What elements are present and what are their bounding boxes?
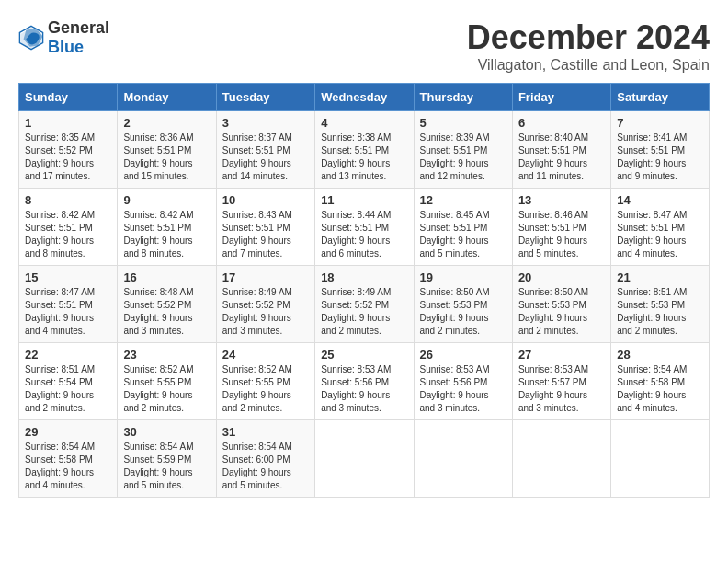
calendar-cell: 6 Sunrise: 8:40 AMSunset: 5:51 PMDayligh… [512,111,610,189]
calendar-cell: 25 Sunrise: 8:53 AMSunset: 5:56 PMDaylig… [315,343,414,420]
calendar: Sunday Monday Tuesday Wednesday Thursday… [18,83,710,498]
calendar-cell [315,420,414,498]
col-tuesday: Tuesday [216,84,314,111]
calendar-cell: 20 Sunrise: 8:50 AMSunset: 5:53 PMDaylig… [512,266,610,343]
calendar-cell: 3 Sunrise: 8:37 AMSunset: 5:51 PMDayligh… [216,111,314,189]
calendar-cell: 27 Sunrise: 8:53 AMSunset: 5:57 PMDaylig… [512,343,610,420]
calendar-cell: 2 Sunrise: 8:36 AMSunset: 5:51 PMDayligh… [118,111,216,189]
logo: General Blue [18,18,109,57]
calendar-cell [414,420,512,498]
calendar-cell: 15 Sunrise: 8:47 AMSunset: 5:51 PMDaylig… [19,266,118,343]
calendar-cell: 5 Sunrise: 8:39 AMSunset: 5:51 PMDayligh… [414,111,512,189]
calendar-cell: 28 Sunrise: 8:54 AMSunset: 5:58 PMDaylig… [611,343,710,420]
col-wednesday: Wednesday [315,84,414,111]
logo-icon [18,25,44,51]
calendar-cell: 29 Sunrise: 8:54 AMSunset: 5:58 PMDaylig… [19,420,118,498]
logo-general: General [48,18,109,37]
location-title: Villagaton, Castille and Leon, Spain [467,57,710,74]
calendar-cell: 19 Sunrise: 8:50 AMSunset: 5:53 PMDaylig… [414,266,512,343]
calendar-cell: 23 Sunrise: 8:52 AMSunset: 5:55 PMDaylig… [118,343,216,420]
logo-blue: Blue [48,38,84,56]
calendar-cell: 21 Sunrise: 8:51 AMSunset: 5:53 PMDaylig… [611,266,710,343]
calendar-row: 1 Sunrise: 8:35 AMSunset: 5:52 PMDayligh… [19,111,710,189]
calendar-row: 15 Sunrise: 8:47 AMSunset: 5:51 PMDaylig… [19,266,710,343]
calendar-cell: 18 Sunrise: 8:49 AMSunset: 5:52 PMDaylig… [315,266,414,343]
col-saturday: Saturday [611,84,710,111]
calendar-cell: 9 Sunrise: 8:42 AMSunset: 5:51 PMDayligh… [118,189,216,266]
calendar-cell: 1 Sunrise: 8:35 AMSunset: 5:52 PMDayligh… [19,111,118,189]
calendar-row: 29 Sunrise: 8:54 AMSunset: 5:58 PMDaylig… [19,420,710,498]
calendar-row: 8 Sunrise: 8:42 AMSunset: 5:51 PMDayligh… [19,189,710,266]
calendar-cell: 8 Sunrise: 8:42 AMSunset: 5:51 PMDayligh… [19,189,118,266]
page-header: General Blue December 2024 Villagaton, C… [18,18,710,74]
calendar-cell: 30 Sunrise: 8:54 AMSunset: 5:59 PMDaylig… [118,420,216,498]
calendar-row: 22 Sunrise: 8:51 AMSunset: 5:54 PMDaylig… [19,343,710,420]
month-title: December 2024 [467,18,710,57]
col-sunday: Sunday [19,84,118,111]
calendar-cell: 17 Sunrise: 8:49 AMSunset: 5:52 PMDaylig… [216,266,314,343]
logo-text: General Blue [48,18,109,57]
calendar-cell: 12 Sunrise: 8:45 AMSunset: 5:51 PMDaylig… [414,189,512,266]
calendar-cell: 10 Sunrise: 8:43 AMSunset: 5:51 PMDaylig… [216,189,314,266]
calendar-cell: 13 Sunrise: 8:46 AMSunset: 5:51 PMDaylig… [512,189,610,266]
col-monday: Monday [118,84,216,111]
calendar-header-row: Sunday Monday Tuesday Wednesday Thursday… [19,84,710,111]
calendar-cell [512,420,610,498]
calendar-cell: 26 Sunrise: 8:53 AMSunset: 5:56 PMDaylig… [414,343,512,420]
calendar-cell [611,420,710,498]
col-friday: Friday [512,84,610,111]
calendar-cell: 11 Sunrise: 8:44 AMSunset: 5:51 PMDaylig… [315,189,414,266]
calendar-cell: 7 Sunrise: 8:41 AMSunset: 5:51 PMDayligh… [611,111,710,189]
calendar-cell: 31 Sunrise: 8:54 AMSunset: 6:00 PMDaylig… [216,420,314,498]
title-area: December 2024 Villagaton, Castille and L… [467,18,710,74]
calendar-cell: 22 Sunrise: 8:51 AMSunset: 5:54 PMDaylig… [19,343,118,420]
calendar-cell: 14 Sunrise: 8:47 AMSunset: 5:51 PMDaylig… [611,189,710,266]
calendar-cell: 16 Sunrise: 8:48 AMSunset: 5:52 PMDaylig… [118,266,216,343]
calendar-cell: 4 Sunrise: 8:38 AMSunset: 5:51 PMDayligh… [315,111,414,189]
calendar-cell: 24 Sunrise: 8:52 AMSunset: 5:55 PMDaylig… [216,343,314,420]
col-thursday: Thursday [414,84,512,111]
